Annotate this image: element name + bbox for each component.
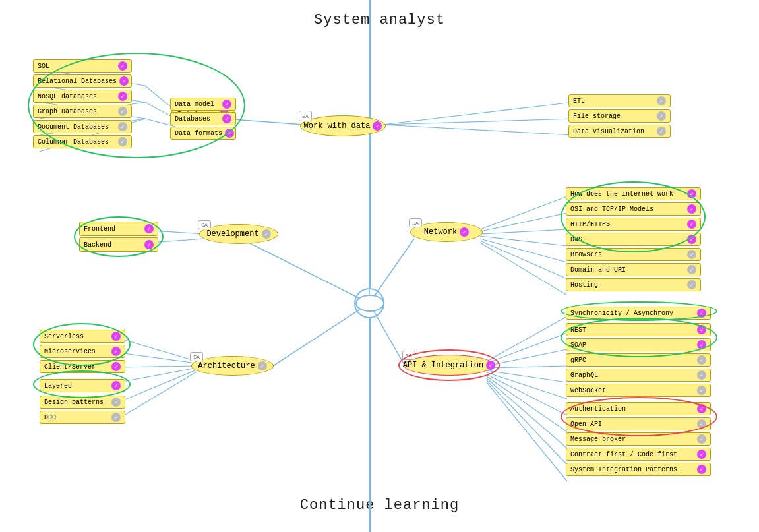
svg-line-12 [382,102,574,125]
svg-line-26 [480,196,567,229]
sync-async-box[interactable]: Synchronicity / Asynchrony [566,307,711,320]
svg-line-22 [119,368,197,382]
center-circle [355,295,384,312]
sa-badge-network: SA [409,218,422,227]
svg-line-28 [480,229,567,234]
frontend-box[interactable]: Frontend [79,222,158,236]
file-storage-box[interactable]: File storage [568,109,671,123]
data-model-box[interactable]: Data model [170,98,236,111]
internet-work-box[interactable]: How does the internet work [566,187,701,200]
api-integration-label: API & Integration [403,361,483,370]
sa-badge-arch: SA [190,352,203,361]
sys-integration-patterns-box[interactable]: System Integration Patterns [566,463,711,476]
svg-line-37 [487,366,567,368]
contract-first-box[interactable]: Contract first / Code first [566,448,711,461]
svg-line-24 [119,372,197,419]
architecture-check [258,361,267,370]
browsers-box[interactable]: Browsers [566,248,701,261]
data-viz-box[interactable]: Data visualization [568,125,671,138]
rest-box[interactable]: REST [566,323,711,336]
message-broker-box[interactable]: Message broker [566,432,711,446]
osi-box[interactable]: OSI and TCP/IP Models [566,202,701,216]
sa-badge-api: SA [402,351,415,360]
client-server-box[interactable]: Client/Server [40,360,125,373]
svg-line-44 [487,382,567,481]
svg-line-19 [119,338,197,361]
svg-line-21 [119,366,197,367]
architecture-label: Architecture [198,361,255,370]
svg-line-42 [487,378,567,448]
sql-box[interactable]: SQL [33,59,132,73]
data-formats-box[interactable]: Data formats [170,127,236,140]
api-integration-node[interactable]: API & Integration [404,355,495,376]
open-api-box[interactable]: Open API [566,417,711,430]
svg-line-41 [487,376,567,432]
sa-badge-work: SA [299,111,312,121]
document-db-box[interactable]: Document Databases [33,120,132,133]
svg-line-27 [480,213,567,231]
websocket-box[interactable]: WebSocket [566,384,711,397]
network-check [460,227,469,237]
api-integration-check [486,361,495,370]
dns-box[interactable]: DNS [566,233,701,246]
microservices-box[interactable]: Microservices [40,345,125,358]
nosql-box[interactable]: NoSQL databases [33,90,132,103]
work-with-data-check [373,121,382,131]
svg-line-23 [119,370,197,402]
svg-line-38 [487,370,567,382]
svg-line-13 [382,119,574,125]
svg-line-30 [480,239,567,262]
architecture-node[interactable]: Architecture [191,356,274,376]
center-vertical-line [369,0,371,532]
svg-line-32 [480,243,567,295]
development-label: Development [206,229,258,239]
work-with-data-label: Work with data [304,121,371,131]
svg-line-40 [487,374,567,415]
relational-db-box[interactable]: Relational Databases [33,74,132,88]
design-patterns-box[interactable]: Design patterns [40,396,125,409]
authentication-box[interactable]: Authentication [566,402,711,415]
grpc-box[interactable]: gRPC [566,353,711,367]
serverless-box[interactable]: Serverless [40,330,125,343]
databases-box[interactable]: Databases [170,112,236,125]
svg-line-14 [382,125,574,135]
ddd-box[interactable]: DDD [40,411,125,424]
svg-line-29 [480,236,567,246]
svg-line-34 [487,316,567,361]
soap-box[interactable]: SOAP [566,338,711,351]
title-bottom: Continue learning [300,497,459,514]
svg-line-36 [487,349,567,366]
hosting-box[interactable]: Hosting [566,278,701,291]
main-canvas: System analyst Continue learning [0,0,759,532]
svg-line-31 [480,241,567,279]
columnar-db-box[interactable]: Columnar Databases [33,135,132,148]
development-check [262,229,271,239]
svg-line-33 [369,303,408,370]
http-box[interactable]: HTTP/HTTPS [566,218,701,231]
svg-line-2 [224,119,303,125]
domain-uri-box[interactable]: Domain and URI [566,263,701,276]
backend-box[interactable]: Backend [79,237,158,252]
svg-line-39 [487,372,567,399]
graphql-box[interactable]: GraphQL [566,369,711,382]
development-node[interactable]: Development [199,224,278,244]
sa-badge-dev: SA [198,220,211,229]
svg-line-43 [487,380,567,465]
svg-line-18 [269,303,369,369]
layered-box[interactable]: Layered [40,379,125,392]
svg-line-35 [487,333,567,363]
svg-line-20 [119,353,197,363]
svg-line-15 [241,239,369,303]
work-with-data-node[interactable]: Work with data [300,115,386,136]
graph-db-box[interactable]: Graph Databases [33,105,132,118]
network-label: Network [424,227,457,237]
etl-box[interactable]: ETL [568,94,671,107]
title-top: System analyst [314,12,445,28]
svg-line-25 [369,239,414,303]
